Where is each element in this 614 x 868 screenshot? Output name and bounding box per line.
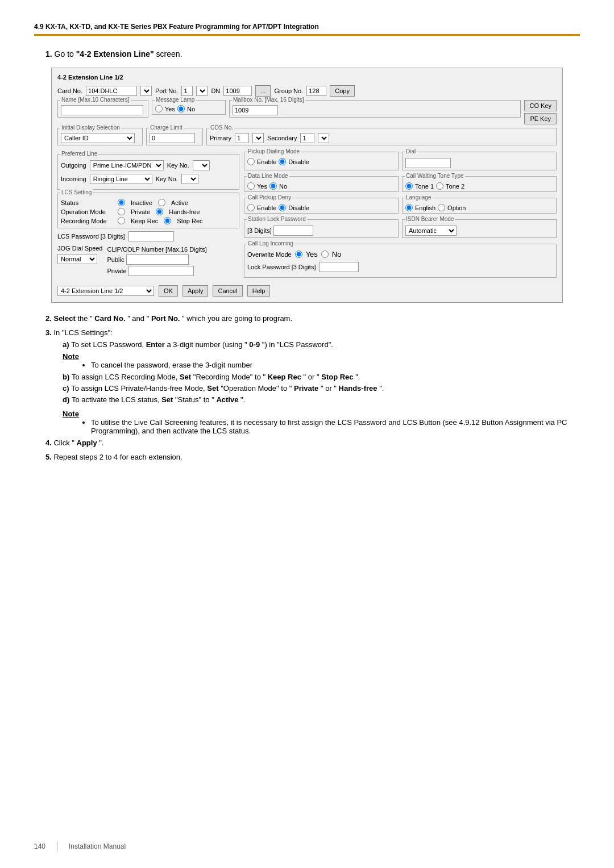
key-no-label-out: Key No.	[167, 162, 189, 169]
cwt-tone1-radio[interactable]	[405, 182, 413, 190]
pickup-disable-label: Disable	[288, 158, 309, 165]
lang-option-radio[interactable]	[438, 204, 445, 211]
cos-primary-input[interactable]	[235, 133, 249, 143]
msg-no-label: No	[187, 106, 195, 112]
data-line-group: Data Line Mode Yes No	[244, 176, 399, 192]
op-private-radio[interactable]	[118, 208, 125, 215]
step3c-bold2: Private	[294, 384, 318, 393]
status-inactive-radio[interactable]	[118, 199, 125, 206]
overwrite-no-radio[interactable]	[321, 251, 329, 258]
step3b-bold2: Keep Rec	[268, 373, 301, 381]
outgoing-select[interactable]: Prime Line-ICM/PDN	[90, 160, 164, 170]
step3c-text1: To assign LCS Private/Hands-free Mode,	[71, 384, 207, 393]
init-display-label: Initial Display Selection	[60, 124, 121, 131]
step5-text: Repeat steps 2 to 4 for each extension.	[53, 453, 182, 461]
rec-keeprec-radio[interactable]	[118, 217, 125, 224]
lcs-setting-group: LCS Setting Status Inactive Active Opera…	[57, 193, 239, 228]
dn-input[interactable]	[223, 86, 252, 96]
jog-dial-select[interactable]: Normal	[57, 254, 97, 264]
dn-dots-button[interactable]: ...	[255, 85, 271, 97]
step2-bold2: Port No.	[151, 314, 180, 323]
pe-key-button[interactable]: PE Key	[524, 113, 557, 124]
co-key-button[interactable]: CO Key	[524, 100, 557, 111]
step3d-bold2: Active	[216, 395, 238, 404]
lang-english-label: English	[415, 205, 435, 211]
port-no-select[interactable]	[196, 86, 208, 96]
isdn-bearer-group: ISDN Bearer Mode Automatic	[402, 219, 557, 238]
step3b-text2: "Recording Mode" to "	[193, 373, 265, 381]
language-radio: English Option	[405, 204, 553, 211]
note2-item1: To utilise the Live Call Screening featu…	[91, 418, 580, 435]
page-header: 4.9 KX-TA, KX-TD, and KX-TE Series PBX F…	[34, 23, 580, 36]
isdn-bearer-label: ISDN Bearer Mode	[405, 216, 455, 222]
name-group-label: Name [Max.10 Characters]	[60, 97, 131, 103]
key-no-out-select[interactable]	[193, 160, 210, 170]
isdn-select[interactable]: Automatic	[405, 226, 457, 236]
station-lock-input[interactable]	[273, 226, 313, 236]
cos-primary-label: Primary	[210, 135, 231, 141]
charge-limit-input[interactable]	[150, 133, 195, 143]
mailbox-input[interactable]	[233, 105, 278, 115]
jog-dial-label: JOG Dial Speed	[57, 245, 102, 252]
group-no-input[interactable]	[306, 86, 326, 96]
cwt-label: Call Waiting Tone Type	[405, 173, 465, 179]
pickup-deny-disable-radio[interactable]	[279, 204, 286, 211]
status-inactive-label: Inactive	[131, 199, 152, 206]
msg-yes-radio[interactable]	[155, 105, 163, 112]
private-label: Private	[107, 268, 126, 274]
data-yes-radio[interactable]	[247, 182, 255, 190]
step2-and: " and "	[127, 314, 149, 323]
op-handsfree-radio[interactable]	[156, 208, 163, 215]
data-no-radio[interactable]	[269, 182, 277, 190]
step2-select: Select	[53, 314, 75, 323]
pickup-deny-enable-radio[interactable]	[247, 204, 255, 211]
cos-secondary-select[interactable]	[318, 133, 329, 143]
card-no-input[interactable]	[86, 86, 137, 96]
pickup-disable-radio[interactable]	[279, 158, 286, 165]
card-no-select[interactable]	[140, 86, 152, 96]
cwt-tone2-radio[interactable]	[436, 182, 443, 190]
card-no-label: Card No.	[57, 87, 82, 94]
message-lamp-group: Message Lamp Yes No	[152, 100, 226, 115]
help-button[interactable]: Help	[247, 285, 271, 297]
step3a-bold2: 0-9	[249, 340, 260, 349]
step3b: To assign LCS Recording Mode, Set "Recor…	[63, 373, 580, 381]
public-input[interactable]	[126, 254, 189, 265]
ok-button[interactable]: OK	[159, 285, 178, 297]
status-active-label: Active	[171, 199, 188, 206]
bottom-dropdown[interactable]: 4-2 Extension Line 1/2	[57, 286, 154, 296]
dial-label: Dial	[405, 148, 417, 155]
status-active-radio[interactable]	[158, 199, 165, 206]
pickup-enable-radio[interactable]	[247, 158, 255, 165]
private-input[interactable]	[128, 266, 194, 276]
station-lock-sub: [3 Digits]	[247, 227, 272, 234]
cos-label: COS No.	[209, 124, 234, 131]
apply-button[interactable]: Apply	[182, 285, 209, 297]
rec-stoprec-radio[interactable]	[164, 217, 171, 224]
step3c-bold1: Set	[207, 384, 218, 393]
cos-primary-select[interactable]	[252, 133, 264, 143]
key-no-in-select[interactable]	[181, 174, 198, 184]
header-text: 4.9 KX-TA, KX-TD, and KX-TE Series PBX F…	[34, 23, 319, 31]
step3b-text1: To assign LCS Recording Mode,	[72, 373, 180, 381]
note1-title: Note	[63, 352, 79, 361]
copy-button[interactable]: Copy	[330, 85, 355, 97]
main-cols: Preferred Line Outgoing Prime Line-ICM/P…	[57, 152, 557, 281]
public-label: Public	[107, 256, 124, 263]
data-yes-label: Yes	[257, 183, 267, 190]
step2-suffix: " which you are going to program.	[182, 314, 292, 323]
name-input[interactable]	[61, 105, 143, 115]
dial-input[interactable]	[405, 158, 451, 168]
outgoing-label: Outgoing	[61, 162, 86, 169]
lock-password-input[interactable]	[319, 262, 359, 272]
overwrite-yes-radio[interactable]	[295, 251, 302, 258]
caller-id-select[interactable]: Caller ID	[61, 133, 135, 143]
lcs-password-input[interactable]	[128, 231, 174, 241]
step3c-text3: " or "	[321, 384, 337, 393]
lang-english-radio[interactable]	[405, 204, 413, 211]
msg-no-radio[interactable]	[177, 105, 185, 112]
incoming-select[interactable]: Ringing Line	[90, 174, 152, 184]
cancel-button[interactable]: Cancel	[213, 285, 242, 297]
port-no-input[interactable]	[181, 86, 193, 96]
cos-secondary-input[interactable]	[300, 133, 314, 143]
